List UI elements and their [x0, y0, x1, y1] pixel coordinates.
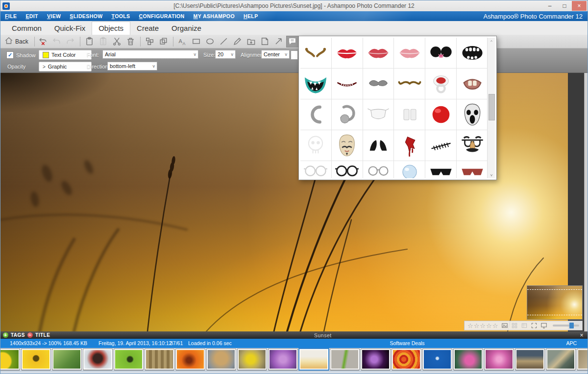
clipart-pacifier[interactable] — [425, 69, 456, 99]
maximize-button[interactable]: □ — [557, 1, 572, 11]
extra-option-box[interactable] — [291, 50, 298, 60]
clipart-crystal-ball[interactable] — [394, 161, 425, 178]
back-button[interactable]: Back — [2, 35, 32, 47]
thumbnail-pink-lilac[interactable] — [485, 349, 514, 370]
rating-star-icon[interactable]: ☆ — [467, 323, 473, 329]
add-tag-icon[interactable]: + — [3, 332, 8, 338]
clipart-scrollbar[interactable]: ^ v — [487, 38, 495, 178]
menu-item[interactable]: MY ASHAMPOO — [189, 13, 239, 19]
thumbnail-butterfly[interactable] — [83, 349, 112, 370]
thumbnail-grasshopper[interactable] — [330, 349, 359, 370]
arrow-tool-button[interactable] — [272, 36, 285, 47]
clipart-curled-horns[interactable] — [300, 38, 331, 68]
clipart-gray-mustache[interactable] — [363, 69, 394, 99]
menu-item[interactable]: VIEW — [43, 13, 65, 19]
rating-star-icon[interactable]: ☆ — [480, 323, 486, 329]
clipart-surgical-mask[interactable] — [363, 99, 394, 130]
clipart-teal-monster-mouth[interactable] — [300, 69, 331, 99]
clipart-groucho-glasses[interactable] — [457, 130, 488, 161]
clipart-lipstick-kiss[interactable] — [363, 38, 394, 68]
thumbnail-dragonfly[interactable] — [52, 349, 81, 370]
speech-bubble-tool-button[interactable] — [286, 36, 299, 47]
clipart-round-glasses[interactable] — [363, 161, 394, 178]
clipart-handlebar-mustache[interactable] — [394, 69, 425, 99]
thumbnail-lilac[interactable] — [269, 349, 297, 370]
thumbnail-purple-on-black[interactable] — [361, 349, 390, 370]
clipart-red-lips[interactable] — [332, 38, 363, 68]
fit-image-button[interactable] — [500, 322, 509, 329]
thumbnail-berries[interactable] — [392, 349, 421, 370]
software-deals-link[interactable]: Software Deals — [390, 340, 424, 346]
thumbnail-bird-in-sky[interactable] — [423, 349, 452, 370]
direction-dropdown[interactable]: bottom-left v — [107, 62, 157, 70]
revert-button[interactable] — [37, 36, 49, 47]
clipart-bloody-wound[interactable] — [394, 130, 425, 161]
clipart-ball-earring[interactable] — [332, 99, 363, 130]
ribbon-tab[interactable]: Organize — [165, 22, 208, 35]
clipart-buck-teeth[interactable] — [457, 69, 488, 99]
font-dropdown[interactable]: Arial v — [102, 50, 198, 59]
ribbon-tab[interactable]: Objects — [92, 22, 130, 35]
thumbnail-sunflower[interactable] — [0, 349, 20, 370]
clipart-toothy-grin[interactable] — [332, 69, 363, 99]
text-color-button[interactable]: Text Color — [39, 50, 92, 60]
thumbnail-bee-on-yellow[interactable] — [22, 349, 50, 370]
clipart-minnie-ears[interactable] — [425, 38, 456, 68]
undo-button[interactable] — [50, 36, 63, 47]
right-scroll-edge[interactable] — [584, 73, 588, 331]
thumbnail-orange-flower[interactable] — [176, 349, 205, 370]
zoom-slider-handle[interactable] — [569, 323, 574, 328]
clipart-black-glasses[interactable] — [332, 161, 363, 178]
delete-button[interactable] — [124, 36, 137, 47]
ribbon-tab[interactable]: Common — [5, 22, 48, 35]
tiles-button[interactable] — [520, 322, 529, 329]
cut-button[interactable] — [111, 36, 123, 47]
thumbnail-yellow-bird[interactable] — [238, 349, 267, 370]
zoom-slider[interactable] — [553, 325, 579, 327]
menu-item[interactable]: FILE — [0, 13, 21, 19]
thumbnail-dog[interactable] — [207, 349, 236, 370]
note-tool-button[interactable] — [259, 36, 271, 47]
rating-star-icon[interactable]: ☆ — [474, 323, 480, 329]
navigator-thumbnail[interactable] — [527, 285, 583, 320]
text-tool-button[interactable]: AA — [176, 36, 189, 47]
clipart-clown-nose[interactable] — [425, 99, 456, 130]
clipart-faint-skull[interactable] — [300, 130, 331, 161]
alignment-dropdown[interactable]: Center v — [261, 50, 290, 59]
menu-item[interactable]: CONFIGURATION — [135, 13, 189, 19]
import-clipart-button[interactable] — [245, 36, 258, 47]
clipart-fawkes-mask[interactable] — [332, 130, 363, 161]
fullscreen-button[interactable] — [530, 322, 539, 329]
close-panel-icon[interactable]: × — [580, 332, 584, 339]
clipart-red-sunglasses[interactable] — [457, 161, 488, 178]
clipart-stitches-scar[interactable] — [425, 130, 456, 161]
scrollbar-thumb[interactable] — [489, 94, 495, 120]
thumbnail-dry-pods[interactable] — [577, 349, 588, 370]
close-button[interactable]: × — [572, 1, 587, 11]
pencil-tool-button[interactable] — [231, 36, 244, 47]
ribbon-tab[interactable]: Create — [130, 22, 165, 35]
clipart-thin-glasses[interactable] — [300, 161, 331, 178]
clipart-cat-ears[interactable] — [363, 130, 394, 161]
clipart-black-sunglasses[interactable] — [425, 161, 456, 178]
paste-special-button[interactable] — [97, 36, 110, 47]
rating-star-icon[interactable]: ☆ — [492, 323, 498, 329]
thumbnail-sunset-selected[interactable] — [299, 349, 328, 370]
redo-button[interactable] — [64, 36, 77, 47]
thumbnail-pink-flowers[interactable] — [454, 349, 483, 370]
clipart-scream-mask[interactable] — [457, 99, 488, 130]
arrange-objects-button[interactable] — [144, 36, 156, 47]
scroll-down-icon[interactable]: v — [488, 171, 495, 178]
remove-title-icon[interactable]: − — [27, 332, 33, 338]
menu-item[interactable]: SLIDESHOW — [65, 13, 107, 19]
ribbon-tab[interactable]: Quick-Fix — [48, 22, 92, 35]
menu-item[interactable]: EDIT — [21, 13, 43, 19]
screen-view-button[interactable] — [539, 322, 548, 329]
clipart-c-earring[interactable] — [300, 99, 331, 130]
rectangle-tool-button[interactable] — [190, 36, 203, 47]
scroll-up-icon[interactable]: ^ — [488, 38, 495, 45]
size-dropdown[interactable]: 20 v — [215, 50, 236, 59]
thumbnail-mushrooms[interactable] — [546, 349, 575, 370]
thumbnail-fly-on-leaf[interactable] — [114, 349, 143, 370]
menu-item[interactable]: HELP — [239, 13, 263, 19]
